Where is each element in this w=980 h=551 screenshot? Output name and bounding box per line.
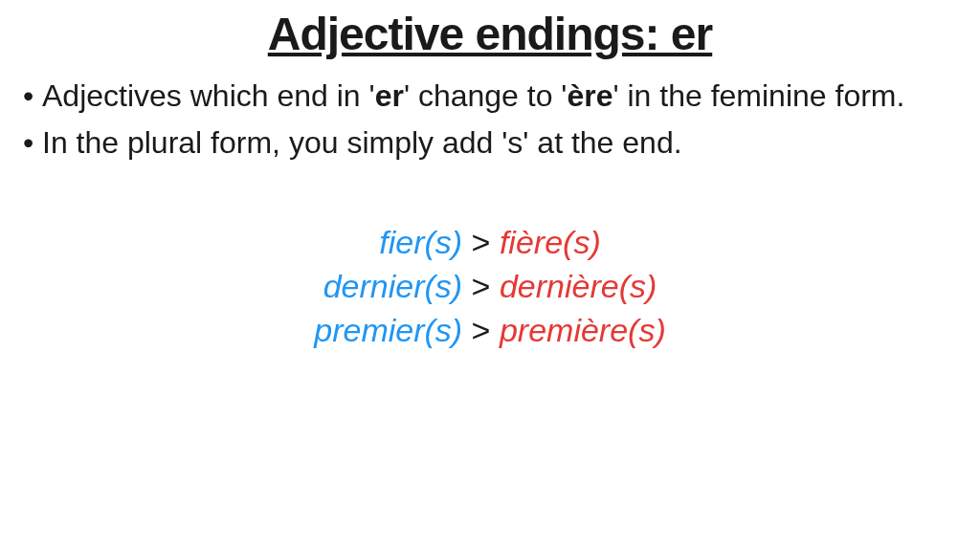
masculine-form: dernier(s) bbox=[323, 268, 462, 304]
masculine-form: fier(s) bbox=[379, 224, 462, 260]
example-row: fier(s) > fière(s) bbox=[0, 221, 980, 265]
text: In the plural form, you simply add 's' a… bbox=[42, 125, 682, 160]
bullet-list: Adjectives which end in 'er' change to '… bbox=[0, 76, 980, 164]
separator: > bbox=[472, 268, 491, 304]
text: Adjectives which end in ' bbox=[42, 78, 375, 113]
separator: > bbox=[472, 224, 491, 260]
masculine-form: premier(s) bbox=[314, 312, 462, 348]
feminine-form: première(s) bbox=[500, 312, 666, 348]
bold-ere: ère bbox=[567, 78, 612, 113]
example-row: premier(s) > première(s) bbox=[0, 309, 980, 353]
text: ' in the feminine form. bbox=[612, 78, 904, 113]
feminine-form: fière(s) bbox=[500, 224, 601, 260]
bullet-item: Adjectives which end in 'er' change to '… bbox=[17, 76, 963, 117]
feminine-form: dernière(s) bbox=[500, 268, 657, 304]
bold-er: er bbox=[375, 78, 404, 113]
bullet-item: In the plural form, you simply add 's' a… bbox=[17, 122, 963, 164]
text: ' change to ' bbox=[404, 78, 568, 113]
example-row: dernier(s) > dernière(s) bbox=[0, 265, 980, 309]
page-title: Adjective endings: er bbox=[0, 0, 980, 76]
examples-block: fier(s) > fière(s) dernier(s) > dernière… bbox=[0, 221, 980, 353]
separator: > bbox=[472, 312, 491, 348]
